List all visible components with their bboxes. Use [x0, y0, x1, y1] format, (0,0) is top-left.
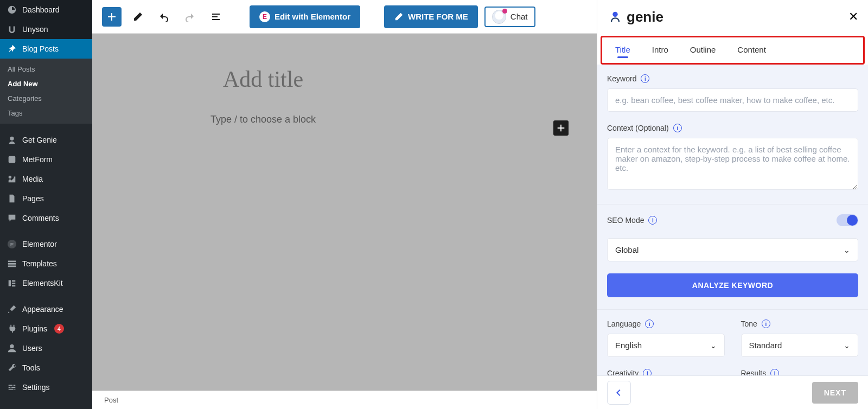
- context-textarea[interactable]: [607, 138, 858, 190]
- info-icon[interactable]: i: [645, 319, 654, 328]
- seo-mode-label: SEO Mode i: [607, 216, 657, 225]
- sidebar-item-label: Elementor: [22, 240, 57, 248]
- info-icon[interactable]: i: [641, 74, 649, 83]
- info-icon[interactable]: i: [673, 124, 682, 132]
- sidebar-item-appearance[interactable]: Appearance: [0, 299, 92, 319]
- elementskit-icon: [7, 278, 17, 289]
- info-icon[interactable]: i: [648, 216, 657, 225]
- sidebar-item-settings[interactable]: Settings: [0, 378, 92, 397]
- sidebar-item-pages[interactable]: Pages: [0, 189, 92, 208]
- redo-button[interactable]: [180, 7, 200, 27]
- results-label: Results i: [741, 369, 859, 375]
- sidebar-item-label: Unyson: [22, 25, 48, 34]
- list-icon: [210, 11, 221, 22]
- chat-button[interactable]: Chat: [484, 7, 535, 27]
- dashboard-icon: [7, 4, 17, 15]
- submenu-tags[interactable]: Tags: [0, 106, 92, 120]
- pencil-icon: [394, 12, 404, 22]
- admin-sidebar: Dashboard Unyson Blog Posts All Posts Ad…: [0, 0, 92, 409]
- genie-panel: genie ✕ Title Intro Outline Content Keyw…: [597, 0, 868, 409]
- sidebar-item-users[interactable]: Users: [0, 338, 92, 358]
- sidebar-item-dashboard[interactable]: Dashboard: [0, 0, 92, 20]
- sidebar-item-templates[interactable]: Templates: [0, 254, 92, 273]
- wizard-tabs-highlight: Title Intro Outline Content: [601, 36, 865, 65]
- seo-mode-toggle[interactable]: [837, 214, 858, 226]
- sidebar-item-elementskit[interactable]: ElementsKit: [0, 273, 92, 293]
- block-editor-canvas[interactable]: Add title Type / to choose a block Post: [92, 34, 597, 409]
- chevron-left-icon: [614, 388, 624, 398]
- edit-with-elementor-button[interactable]: E Edit with Elementor: [250, 5, 360, 28]
- next-button[interactable]: NEXT: [812, 382, 858, 404]
- keyword-input[interactable]: [607, 88, 858, 112]
- sidebar-item-tools[interactable]: Tools: [0, 358, 92, 378]
- button-label: WRITE FOR ME: [408, 12, 468, 21]
- keyword-label: Keyword i: [607, 74, 858, 83]
- editor-footer-breadcrumb[interactable]: Post: [92, 391, 597, 409]
- chat-avatar-icon: [492, 10, 506, 24]
- plug-icon: [7, 323, 17, 334]
- svg-point-0: [10, 137, 14, 140]
- info-icon[interactable]: i: [643, 369, 652, 375]
- elementor-icon: E: [7, 239, 17, 250]
- brand-text: genie: [627, 9, 663, 25]
- editor-toolbar: E Edit with Elementor WRITE FOR ME Chat: [92, 0, 597, 34]
- editor-area: E Edit with Elementor WRITE FOR ME Chat …: [92, 0, 597, 409]
- submenu-add-new[interactable]: Add New: [0, 76, 92, 91]
- add-block-button[interactable]: [102, 7, 122, 27]
- sidebar-item-media[interactable]: Media: [0, 169, 92, 189]
- redo-icon: [184, 11, 195, 22]
- sidebar-item-label: Media: [22, 175, 43, 183]
- panel-footer: NEXT: [597, 375, 868, 409]
- undo-button[interactable]: [154, 7, 174, 27]
- block-placeholder[interactable]: Type / to choose a block: [210, 114, 316, 125]
- context-label: Context (Optional) i: [607, 124, 858, 132]
- genie-icon: [7, 135, 17, 145]
- post-title-input[interactable]: Add title: [223, 66, 303, 92]
- select-value: Standard: [749, 341, 782, 350]
- sidebar-item-label: MetForm: [22, 155, 53, 164]
- sidebar-item-label: Templates: [22, 259, 57, 268]
- tone-select[interactable]: Standard ⌄: [741, 334, 859, 357]
- sidebar-item-label: ElementsKit: [22, 279, 63, 287]
- info-icon[interactable]: i: [762, 319, 770, 328]
- sidebar-item-elementor[interactable]: E Elementor: [0, 234, 92, 254]
- write-for-me-button[interactable]: WRITE FOR ME: [384, 5, 478, 28]
- sidebar-item-label: Blog Posts: [22, 44, 59, 53]
- plus-icon: [556, 123, 566, 133]
- sidebar-item-unyson[interactable]: Unyson: [0, 20, 92, 39]
- analyze-keyword-button[interactable]: ANALYZE KEYWORD: [607, 273, 858, 297]
- submenu-all-posts[interactable]: All Posts: [0, 62, 92, 76]
- sidebar-item-blog-posts[interactable]: Blog Posts: [0, 39, 92, 59]
- genie-logo-icon: [607, 9, 623, 25]
- language-select[interactable]: English ⌄: [607, 334, 725, 357]
- close-panel-button[interactable]: ✕: [848, 10, 858, 24]
- user-icon: [7, 343, 17, 354]
- chevron-down-icon: ⌄: [844, 341, 850, 350]
- svg-rect-1: [9, 156, 16, 163]
- edit-mode-button[interactable]: [128, 7, 148, 27]
- templates-icon: [7, 258, 17, 269]
- document-overview-button[interactable]: [206, 7, 226, 27]
- info-icon[interactable]: i: [770, 369, 779, 375]
- select-value: Global: [615, 245, 639, 254]
- tab-title[interactable]: Title: [615, 45, 630, 57]
- tab-outline[interactable]: Outline: [690, 45, 716, 57]
- chevron-down-icon: ⌄: [844, 246, 850, 254]
- language-label: Language i: [607, 319, 725, 328]
- select-value: English: [615, 341, 642, 350]
- sidebar-item-label: Comments: [22, 214, 59, 222]
- back-button[interactable]: [607, 381, 631, 405]
- sidebar-item-label: Plugins: [22, 324, 47, 333]
- tab-intro[interactable]: Intro: [652, 45, 668, 57]
- sidebar-item-plugins[interactable]: Plugins 4: [0, 319, 92, 338]
- sidebar-item-metform[interactable]: MetForm: [0, 150, 92, 169]
- seo-scope-select[interactable]: Global ⌄: [607, 238, 858, 261]
- inline-add-block-button[interactable]: [553, 120, 569, 136]
- tab-content[interactable]: Content: [737, 45, 766, 57]
- button-label: Chat: [510, 12, 528, 21]
- submenu-categories[interactable]: Categories: [0, 91, 92, 106]
- sidebar-item-comments[interactable]: Comments: [0, 208, 92, 228]
- panel-body: Keyword i Context (Optional) i SEO Mode …: [597, 65, 868, 375]
- panel-header: genie ✕: [597, 0, 868, 34]
- sidebar-item-get-genie[interactable]: Get Genie: [0, 130, 92, 150]
